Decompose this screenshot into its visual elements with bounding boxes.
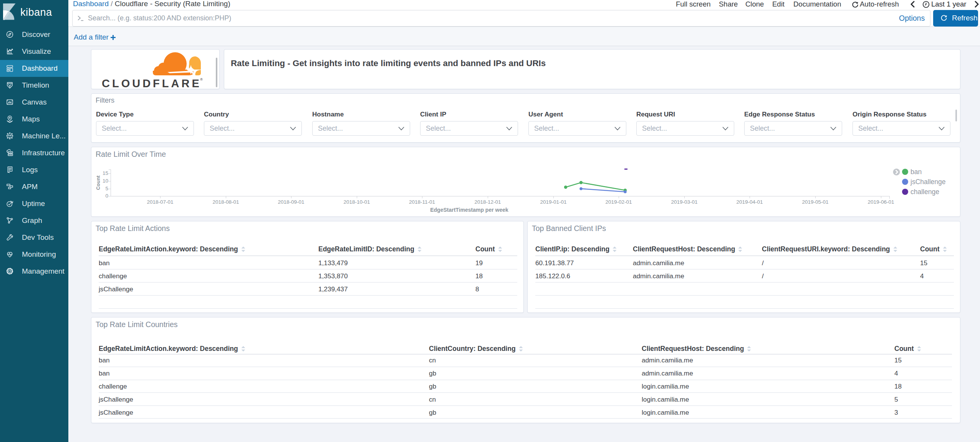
svg-text:CLOUDFLARE: CLOUDFLARE: [102, 77, 202, 90]
svg-text:®: ®: [200, 77, 203, 81]
